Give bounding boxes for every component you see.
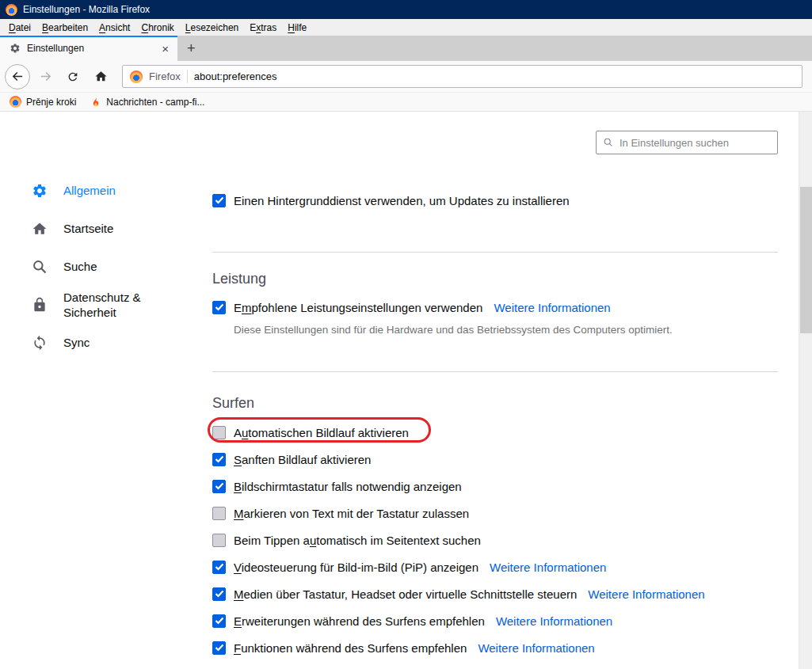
check-icon [215,196,224,204]
checkbox-label[interactable]: Bildschirmtastatur falls notwendig anzei… [234,480,462,493]
back-button[interactable] [5,64,30,89]
checkbox[interactable] [212,507,226,520]
learn-more-link[interactable]: Weitere Informationen [588,587,704,601]
learn-more-link[interactable]: Weitere Informationen [490,561,606,574]
home-icon [94,70,108,83]
section-heading-leistung: Leistung [212,270,778,287]
sync-icon [32,335,48,351]
checkbox-row-updates: Einen Hintergrunddienst verwenden, um Up… [212,192,778,208]
checkbox[interactable] [212,480,226,493]
checkbox-label[interactable]: Videosteuerung für Bild-im-Bild (PiP) an… [234,561,478,574]
url-bar[interactable]: Firefox about:preferences [122,65,802,88]
learn-more-link[interactable]: Weitere Informationen [494,301,610,314]
window-titlebar: Einstellungen - Mozilla Firefox [0,0,812,19]
forward-arrow-icon [39,70,52,83]
checkbox-row: Erweiterungen während des Surfens empfeh… [212,613,778,629]
menu-hilfe[interactable]: Hilfe [282,21,312,35]
gear-icon [32,183,48,199]
checkbox-label[interactable]: Erweiterungen während des Surfens empfeh… [234,614,485,628]
sidebar-item-suche[interactable]: Suche [32,248,190,286]
checkbox-label[interactable]: Medien über Tastatur, Headset oder virtu… [234,587,577,601]
checkbox-label[interactable]: Beim Tippen automatisch im Seitentext su… [234,534,481,547]
firefox-favicon [10,96,21,108]
checkbox-row: Funktionen während des Surfens empfehlen… [212,640,778,656]
menu-chronik[interactable]: Chronik [135,21,179,35]
check-icon [215,455,224,463]
checkbox[interactable] [212,614,226,628]
checkbox[interactable] [212,301,226,314]
new-tab-button[interactable]: + [177,36,205,61]
page-scrollbar[interactable] [799,112,812,669]
forward-button[interactable] [32,64,58,89]
back-arrow-icon [11,70,25,83]
reload-icon [67,70,79,83]
url-text: about:preferences [194,70,277,82]
checkbox[interactable] [212,561,226,574]
checkbox-label[interactable]: Empfohlene Leistungseinstellungen verwen… [234,301,482,314]
firefox-logo-icon [130,70,143,83]
checkbox-label[interactable]: Einen Hintergrunddienst verwenden, um Up… [234,194,570,207]
sidebar-item-label: Datenschutz & Sicherheit [63,290,160,321]
check-icon [215,590,224,598]
menu-bearbeiten[interactable]: Bearbeiten [36,21,93,35]
settings-sidebar: Allgemein Startseite Suche Datenschutz &… [32,172,190,362]
bookmark-prenje-kroki[interactable]: Prěnje kroki [6,94,80,109]
menu-extras[interactable]: Extras [244,21,282,35]
urlbar-separator [187,70,188,83]
tab-title: Einstellungen [27,43,153,54]
learn-more-link[interactable]: Weitere Informationen [478,641,594,655]
section-divider [212,371,778,372]
checkbox-row-performance: Empfohlene Leistungseinstellungen verwen… [212,299,778,315]
checkbox-row: Videosteuerung für Bild-im-Bild (PiP) an… [212,559,778,575]
sidebar-item-label: Startseite [63,221,113,237]
checkbox-label[interactable]: Markieren von Text mit der Tastatur zula… [234,507,469,520]
sidebar-item-sync[interactable]: Sync [32,324,190,362]
checkbox[interactable] [212,587,226,601]
checkbox[interactable] [212,534,226,547]
check-icon [215,617,224,625]
section-divider [212,252,778,253]
menu-lesezeichen[interactable]: Lesezeichen [180,21,244,35]
browsing-options: Automatischen Bildlauf aktivieren Sanfte… [212,424,778,656]
scrollbar-thumb[interactable] [800,187,812,333]
checkbox[interactable] [212,453,226,466]
lock-icon [32,297,48,313]
sidebar-item-label: Allgemein [63,183,116,199]
preferences-page: Allgemein Startseite Suche Datenschutz &… [0,112,812,669]
search-icon [32,259,48,275]
firefox-icon [6,4,17,16]
flame-icon [90,97,101,108]
bookmark-nachrichten[interactable]: Nachrichten - camp-fi... [86,95,208,109]
learn-more-link[interactable]: Weitere Informationen [496,614,612,628]
menu-datei[interactable]: Datei [3,21,36,35]
reload-button[interactable] [60,64,86,89]
tab-einstellungen[interactable]: Einstellungen × [0,36,177,61]
check-icon [215,563,224,571]
section-heading-surfen: Surfen [212,394,778,412]
checkbox[interactable] [212,641,226,655]
menu-bar: Datei Bearbeiten Ansicht Chronik Lesezei… [0,19,812,36]
checkbox-row: Bildschirmtastatur falls notwendig anzei… [212,478,778,494]
checkbox[interactable] [212,194,226,207]
tab-close-icon[interactable]: × [159,43,171,55]
tab-bar: Einstellungen × + [0,36,812,61]
check-icon [215,644,224,652]
urlbar-site-label: Firefox [149,70,181,82]
home-button[interactable] [88,64,113,89]
checkbox-label[interactable]: Funktionen während des Surfens empfehlen [234,641,467,655]
sidebar-item-label: Sync [63,335,90,351]
checkbox-label[interactable]: Automatischen Bildlauf aktivieren [234,426,409,439]
sidebar-item-datenschutz[interactable]: Datenschutz & Sicherheit [32,286,190,324]
navigation-toolbar: Firefox about:preferences [0,61,812,92]
home-icon [32,221,48,237]
checkbox-label[interactable]: Sanften Bildlauf aktivieren [234,453,371,466]
bookmark-label: Nachrichten - camp-fi... [106,97,204,108]
checkbox[interactable] [212,426,226,439]
sidebar-item-startseite[interactable]: Startseite [32,210,190,248]
checkbox-row-autoscroll: Automatischen Bildlauf aktivieren [212,424,778,440]
bookmarks-toolbar: Prěnje kroki Nachrichten - camp-fi... [0,92,812,112]
performance-description: Diese Einstellungen sind für die Hardwar… [234,324,778,336]
sidebar-item-allgemein[interactable]: Allgemein [32,172,190,210]
settings-main-pane: Einen Hintergrunddienst verwenden, um Up… [212,112,778,667]
menu-ansicht[interactable]: Ansicht [93,21,135,35]
